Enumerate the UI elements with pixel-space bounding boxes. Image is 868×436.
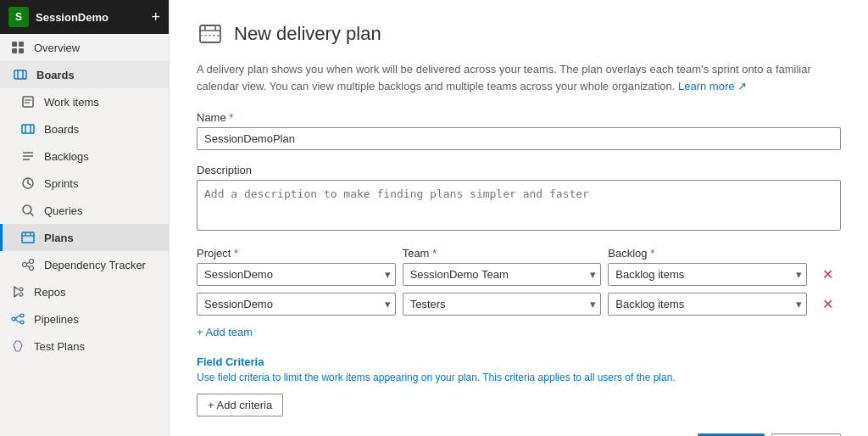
sidebar-item-test-plans[interactable]: Test Plans — [0, 333, 169, 360]
description-input[interactable] — [197, 180, 841, 231]
svg-line-35 — [15, 319, 18, 321]
sidebar-item-work-items-label: Work items — [44, 96, 99, 109]
field-criteria-desc: Use field criteria to limit the work ite… — [197, 372, 841, 383]
sidebar-item-repos-label: Repos — [34, 286, 66, 299]
svg-rect-3 — [19, 48, 24, 53]
sidebar-item-repos[interactable]: Repos — [0, 278, 169, 305]
team-row-2: SessionDemo ▾ Testers ▾ Backlog items ▾ … — [197, 293, 841, 316]
field-criteria-section: Field Criteria Use field criteria to lim… — [197, 355, 841, 383]
overview-icon — [10, 40, 25, 55]
plans-icon — [20, 230, 36, 245]
svg-line-18 — [31, 213, 33, 215]
svg-point-30 — [12, 317, 15, 321]
team-select-wrapper-2: Testers ▾ — [403, 293, 602, 316]
svg-line-27 — [27, 266, 30, 267]
svg-point-32 — [20, 321, 24, 324]
svg-point-24 — [30, 260, 34, 264]
team-grid-header: Project * Team * Backlog * — [197, 247, 841, 260]
sprints-icon — [20, 176, 36, 191]
svg-rect-2 — [12, 48, 17, 53]
delete-row-2-button[interactable]: ✕ — [814, 293, 841, 316]
sidebar-item-overview-label: Overview — [34, 42, 80, 54]
dependency-tracker-icon — [20, 257, 36, 272]
sidebar-item-overview[interactable]: Overview — [0, 34, 169, 61]
sidebar-item-plans-label: Plans — [44, 232, 74, 244]
sidebar-item-sprints[interactable]: Sprints — [0, 170, 169, 197]
work-items-icon — [20, 94, 36, 109]
svg-point-31 — [20, 314, 24, 317]
team-select-wrapper-1: SessionDemo Team ▾ — [403, 263, 602, 286]
project-select-wrapper-1: SessionDemo ▾ — [197, 263, 396, 286]
delete-row-1-button[interactable]: ✕ — [814, 263, 841, 286]
page-header: New delivery plan — [197, 20, 841, 48]
add-button[interactable]: + — [151, 8, 160, 26]
svg-line-33 — [15, 316, 18, 319]
sidebar-item-test-plans-label: Test Plans — [34, 340, 85, 353]
sidebar-item-dependency-tracker[interactable]: Dependency Tracker — [0, 251, 169, 278]
field-criteria-title: Field Criteria — [197, 355, 841, 368]
team-select-1[interactable]: SessionDemo Team — [403, 263, 602, 286]
pipelines-icon — [10, 311, 25, 327]
name-label: Name * — [197, 111, 841, 124]
name-field-group: Name * — [197, 111, 841, 150]
boards-icon — [20, 121, 36, 137]
sidebar-item-work-items[interactable]: Work items — [0, 88, 169, 115]
team-select-2[interactable]: Testers — [403, 293, 602, 316]
backlog-select-wrapper-1: Backlog items ▾ — [608, 263, 807, 286]
svg-rect-7 — [23, 97, 33, 107]
sidebar: S SessionDemo + Overview Boards Work ite… — [0, 0, 170, 436]
page-title: New delivery plan — [234, 23, 381, 45]
sidebar-item-queries[interactable]: Queries — [0, 197, 169, 224]
backlog-select-2[interactable]: Backlog items — [608, 293, 807, 316]
project-select-1[interactable]: SessionDemo — [197, 263, 396, 286]
sidebar-item-dependency-tracker-label: Dependency Tracker — [44, 259, 146, 271]
sidebar-item-pipelines-label: Pipelines — [34, 313, 79, 326]
learn-more-link[interactable]: Learn more ↗ — [678, 80, 747, 92]
team-label: Team * — [403, 247, 602, 260]
svg-point-23 — [23, 263, 27, 267]
sidebar-item-queries-label: Queries — [44, 204, 83, 217]
description-text: A delivery plan shows you when work will… — [197, 61, 841, 94]
svg-rect-10 — [22, 125, 34, 133]
project-label: Project * — [197, 247, 396, 260]
sidebar-item-plans[interactable]: Plans — [0, 224, 169, 251]
project-select-2[interactable]: SessionDemo — [197, 293, 396, 316]
sidebar-item-sprints-label: Sprints — [44, 177, 78, 190]
svg-rect-4 — [14, 70, 26, 79]
description-field-group: Description — [197, 164, 841, 233]
sidebar-item-pipelines[interactable]: Pipelines — [0, 305, 169, 333]
backlog-label: Backlog * — [608, 247, 807, 260]
add-criteria-button[interactable]: + Add criteria — [197, 394, 283, 416]
name-input[interactable] — [197, 127, 841, 150]
boards-section-icon — [13, 67, 28, 82]
sidebar-item-backlogs[interactable]: Backlogs — [0, 143, 169, 170]
org-icon: S — [8, 7, 29, 27]
svg-line-26 — [27, 262, 30, 264]
project-select-wrapper-2: SessionDemo ▾ — [197, 293, 396, 316]
org-name: SessionDemo — [36, 11, 108, 24]
svg-rect-1 — [19, 42, 24, 47]
add-team-button[interactable]: + Add team — [197, 322, 253, 342]
name-required: * — [229, 111, 233, 124]
svg-rect-0 — [12, 42, 17, 47]
svg-point-29 — [19, 293, 23, 296]
sidebar-item-backlogs-label: Backlogs — [44, 150, 89, 163]
queries-icon — [20, 203, 36, 218]
test-plans-icon — [10, 338, 25, 354]
backlogs-icon — [20, 148, 36, 164]
backlog-select-wrapper-2: Backlog items ▾ — [608, 293, 807, 316]
description-label: Description — [197, 164, 841, 176]
repos-icon — [10, 284, 25, 299]
sidebar-header: S SessionDemo + — [0, 0, 169, 34]
sidebar-item-boards-section-label: Boards — [36, 69, 75, 81]
team-row-1: SessionDemo ▾ SessionDemo Team ▾ Backlog… — [197, 263, 841, 286]
svg-point-28 — [19, 288, 23, 291]
delivery-plan-icon — [197, 20, 224, 48]
sidebar-item-boards-label: Boards — [44, 123, 79, 136]
backlog-select-1[interactable]: Backlog items — [608, 263, 807, 286]
svg-point-25 — [30, 266, 34, 271]
svg-rect-19 — [22, 232, 34, 243]
sidebar-item-boards-section[interactable]: Boards — [0, 61, 169, 88]
sidebar-item-boards[interactable]: Boards — [0, 115, 169, 143]
sidebar-header-left: S SessionDemo — [8, 7, 108, 27]
